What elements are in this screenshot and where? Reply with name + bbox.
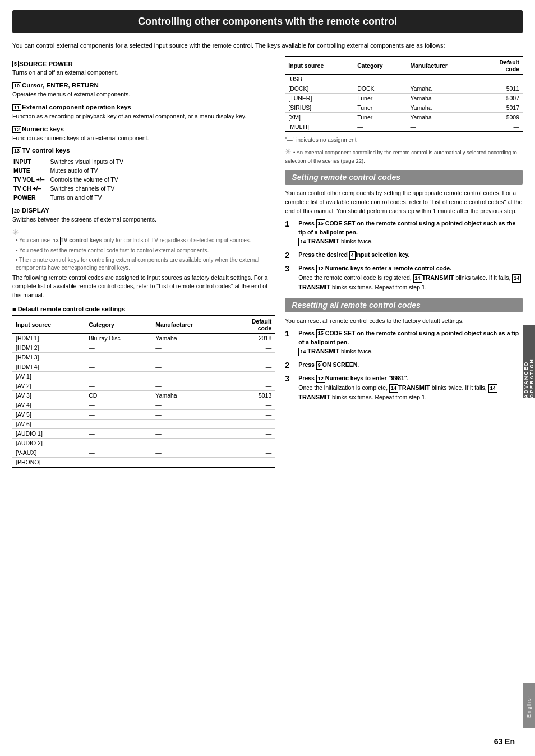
key-box: 14	[512, 274, 521, 283]
table-cell: [PHONO]	[12, 457, 85, 467]
source-power-text: Turns on and off an external component.	[12, 68, 275, 77]
key-tvvol: TV VOL +/–	[13, 176, 49, 183]
table-cell: —	[85, 409, 152, 419]
transmit-label: TRANSMIT	[422, 274, 454, 281]
table-row: INPUT Switches visual inputs of TV	[13, 158, 123, 165]
table-cell: [USB]	[285, 74, 354, 84]
table-cell: [AV 5]	[12, 409, 85, 419]
star-icon: ✳	[285, 147, 292, 156]
table-cell: Blu-ray Disc	[85, 333, 152, 343]
table-cell: [AUDIO 1]	[12, 428, 85, 438]
table-cell: —	[229, 371, 275, 381]
table-cell: —	[229, 362, 275, 371]
table-cell: —	[85, 343, 152, 352]
tv-control-heading: 13TV control keys	[12, 147, 275, 154]
left-table-body: [HDMI 1]Blu-ray DiscYamaha2018[HDMI 2]——…	[12, 333, 275, 467]
english-bar: English	[523, 683, 535, 728]
step-bold-text: Numeric keys to enter a remote control c…	[325, 265, 451, 271]
step-text: blinks twice.	[339, 238, 373, 245]
right-default-table: Input source Category Manufacturer Defau…	[285, 56, 523, 132]
table-cell: Yamaha	[152, 333, 228, 343]
table-cell: Yamaha	[407, 93, 479, 103]
step-content: Press 15CODE SET on the remote control u…	[298, 219, 523, 247]
table-header-row: Input source Category Manufacturer Defau…	[12, 316, 275, 334]
col-category: Category	[85, 316, 152, 334]
table-cell: 5011	[479, 84, 523, 93]
step-content: Press 12Numeric keys to enter "9981".Onc…	[298, 374, 523, 402]
transmit-label: TRANSMIT	[307, 238, 339, 245]
table-cell: —	[229, 400, 275, 409]
ext-op-num: 11	[12, 104, 21, 111]
table-cell: —	[229, 381, 275, 390]
left-column: 5SOURCE POWER Turns on and off an extern…	[12, 56, 275, 472]
key-box: 15	[316, 329, 325, 338]
table-row: [AV 2]———	[12, 381, 275, 390]
table-cell: [DOCK]	[285, 84, 354, 93]
table-cell: Tuner	[354, 112, 407, 122]
key-mute: MUTE	[13, 167, 49, 174]
source-power-heading: 5SOURCE POWER	[12, 61, 275, 68]
table-cell: —	[152, 381, 228, 390]
step-number: 2	[285, 361, 294, 370]
cursor-num: 10	[12, 82, 21, 89]
default-paragraph: The following remote control codes are a…	[12, 274, 275, 300]
setting-banner: Setting remote control codes	[285, 170, 523, 185]
table-cell: [TUNER]	[285, 93, 354, 103]
key-box: 15	[316, 219, 325, 228]
table-cell: —	[354, 74, 407, 84]
list-item: 2Press the desired 4Input selection key.	[285, 251, 523, 260]
list-item: You can use 13TV control keys only for c…	[16, 237, 275, 245]
right-column: Input source Category Manufacturer Defau…	[285, 56, 523, 472]
table-cell: —	[229, 409, 275, 419]
list-item: 3Press 12Numeric keys to enter "9981".On…	[285, 374, 523, 402]
step-bold-text: CODE SET on the remote control using a p…	[298, 220, 515, 236]
key-box: 14	[298, 348, 307, 357]
table-row: [HDMI 4]———	[12, 362, 275, 371]
table-row: [V-AUX]———	[12, 448, 275, 457]
step-bold-text: Press	[298, 220, 316, 227]
numeric-label: Numeric keys	[22, 126, 64, 132]
table-cell: Tuner	[354, 103, 407, 112]
table-row: [HDMI 1]Blu-ray DiscYamaha2018	[12, 333, 275, 343]
table-cell: [AV 1]	[12, 371, 85, 381]
step-text: Once the remote control code is register…	[298, 274, 413, 281]
table-row: TV CH +/– Switches channels of TV	[13, 185, 123, 192]
display-num: 20	[12, 208, 21, 214]
table-cell: 5007	[479, 93, 523, 103]
table-cell: —	[229, 352, 275, 362]
transmit-label: TRANSMIT	[398, 384, 430, 391]
table-row: MUTE Mutes audio of TV	[13, 167, 123, 174]
key-power-desc: Turns on and off TV	[50, 193, 124, 201]
table-cell: [HDMI 3]	[12, 352, 85, 362]
step-bold-text: CODE SET on the remote control using a p…	[298, 330, 519, 345]
transmit-label: TRANSMIT	[298, 284, 330, 291]
table-cell: —	[85, 400, 152, 409]
display-text: Switches between the screens of external…	[12, 215, 275, 224]
table-cell: Yamaha	[407, 84, 479, 93]
table-header-row: Input source Category Manufacturer Defau…	[285, 57, 523, 75]
notes-list: You can use 13TV control keys only for c…	[12, 237, 275, 272]
table-cell: —	[85, 362, 152, 371]
table-cell: [AV 3]	[12, 390, 85, 400]
table-cell: [V-AUX]	[12, 448, 85, 457]
setting-intro: You can control other components by sett…	[285, 189, 523, 215]
table-cell: 2018	[229, 333, 275, 343]
table-cell: —	[229, 343, 275, 352]
intro-text: You can control external components for …	[12, 41, 523, 50]
advanced-operation-bar: ADVANCED OPERATION	[523, 325, 535, 398]
table-cell: —	[152, 448, 228, 457]
table-row: [PHONO]———	[12, 457, 275, 467]
step-bold-text: Press	[298, 265, 316, 271]
table-cell: —	[85, 428, 152, 438]
table-cell: —	[152, 428, 228, 438]
transmit-label: TRANSMIT	[298, 394, 330, 400]
resetting-steps: 1Press 15CODE SET on the remote control …	[285, 329, 523, 402]
table-cell: [XM]	[285, 112, 354, 122]
table-row: [AUDIO 1]———	[12, 428, 275, 438]
table-row: [DOCK]DOCKYamaha5011	[285, 84, 523, 93]
table-cell: 5009	[479, 112, 523, 122]
key-mute-desc: Mutes audio of TV	[50, 167, 124, 174]
table-cell: —	[229, 419, 275, 428]
step-bold-text: Input selection key.	[356, 251, 410, 258]
table-row: [HDMI 3]———	[12, 352, 275, 362]
